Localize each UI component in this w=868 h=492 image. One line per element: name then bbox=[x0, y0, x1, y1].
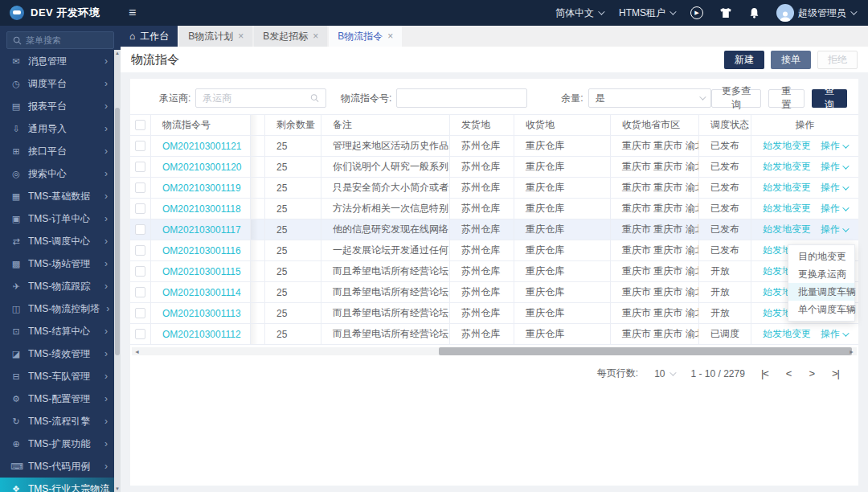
dispatch-status: 已发布 bbox=[699, 157, 751, 177]
row-checkbox[interactable] bbox=[130, 303, 151, 323]
query-button[interactable]: 查询 bbox=[812, 89, 847, 108]
instruction-no-link[interactable]: OM202103001117 bbox=[162, 224, 241, 236]
sidebar-item-fleet[interactable]: ⊟TMS-车队管理› bbox=[0, 365, 114, 387]
sidebar-item-config[interactable]: ⚙TMS-配置管理› bbox=[0, 387, 114, 410]
sidebar-item-schedule[interactable]: ◷调度平台› bbox=[0, 72, 114, 95]
sidebar-item-process[interactable]: ↻TMS-流程引擎› bbox=[0, 410, 114, 433]
more-actions-link[interactable]: 操作 bbox=[821, 202, 847, 215]
horizontal-scrollbar[interactable]: ◄ ► bbox=[132, 347, 857, 355]
more-actions-link[interactable]: 操作 bbox=[821, 181, 847, 195]
accept-button[interactable]: 接单 bbox=[771, 51, 811, 69]
scroll-up-icon[interactable]: ▲ bbox=[114, 51, 121, 55]
origin-change-link[interactable]: 始发地变更 bbox=[763, 223, 811, 236]
action-menu-item[interactable]: 目的地变更 bbox=[788, 248, 854, 265]
instruction-no-input[interactable] bbox=[403, 92, 520, 104]
more-actions-link[interactable]: 操作 bbox=[821, 327, 847, 341]
carrier-input[interactable] bbox=[203, 92, 310, 104]
sidebar-toggle-icon[interactable]: ≡ bbox=[129, 6, 136, 20]
sidebar-scrollbar[interactable]: ▲ ▼ bbox=[114, 50, 121, 492]
sidebar-item-control-tower[interactable]: ◫TMS-物流控制塔› bbox=[0, 297, 114, 320]
user-menu[interactable]: 超级管理员 bbox=[776, 4, 855, 22]
row-checkbox[interactable] bbox=[130, 178, 151, 198]
scrollbar-thumb[interactable] bbox=[439, 347, 852, 355]
chevron-down-icon[interactable] bbox=[670, 369, 677, 375]
instruction-no-link[interactable]: OM202103001116 bbox=[162, 245, 241, 256]
sidebar-item-order-center[interactable]: ▣TMS-订单中心› bbox=[0, 207, 114, 230]
sidebar-item-settlement[interactable]: ⊡TMS-结算中心› bbox=[0, 320, 114, 342]
more-actions-link[interactable]: 操作 bbox=[821, 160, 847, 174]
sidebar-item-search-center[interactable]: ◎搜索中心› bbox=[0, 162, 114, 185]
row-checkbox[interactable] bbox=[130, 199, 151, 219]
sidebar-item-extension[interactable]: ⊕TMS-扩展功能› bbox=[0, 433, 114, 455]
instruction-no-link[interactable]: OM202103001119 bbox=[162, 182, 241, 194]
scroll-down-icon[interactable]: ▼ bbox=[114, 486, 121, 491]
prev-page-button[interactable]: < bbox=[786, 367, 792, 379]
sidebar-item-import[interactable]: ⇩通用导入› bbox=[0, 117, 114, 140]
scrollbar-thumb[interactable] bbox=[115, 108, 120, 355]
instruction-no-field[interactable] bbox=[396, 88, 527, 108]
instruction-no-link[interactable]: OM202103001120 bbox=[162, 162, 242, 173]
more-actions-link[interactable]: 操作 bbox=[821, 223, 847, 236]
carrier-field[interactable] bbox=[195, 88, 326, 108]
action-menu-item[interactable]: 批量调度车辆 bbox=[788, 283, 854, 301]
origin-change-link[interactable]: 始发地变更 bbox=[763, 160, 811, 174]
play-icon[interactable]: ▶ bbox=[690, 6, 703, 19]
instruction-no-link[interactable]: OM202103001113 bbox=[162, 308, 241, 319]
origin-change-link[interactable]: 始发地变更 bbox=[763, 181, 811, 195]
shirt-icon[interactable] bbox=[719, 6, 732, 19]
sidebar-item-dispatch[interactable]: ⇄TMS-调度中心› bbox=[0, 230, 114, 252]
last-page-button[interactable]: >| bbox=[832, 367, 839, 379]
origin-change-link[interactable]: 始发地变更 bbox=[763, 139, 811, 153]
row-checkbox[interactable] bbox=[130, 324, 151, 344]
scroll-left-icon[interactable]: ◄ bbox=[134, 347, 140, 355]
scroll-right-icon[interactable]: ► bbox=[849, 347, 854, 355]
row-checkbox[interactable] bbox=[130, 219, 151, 240]
tab-bidding[interactable]: B发起招标 × bbox=[254, 26, 327, 47]
row-checkbox[interactable] bbox=[130, 282, 151, 302]
first-page-button[interactable]: |< bbox=[761, 367, 768, 379]
row-checkbox[interactable] bbox=[130, 157, 151, 177]
sidebar-item-report[interactable]: ▤报表平台› bbox=[0, 95, 114, 117]
remain-select[interactable]: 是 bbox=[588, 88, 711, 108]
sidebar-item-code[interactable]: ⌨TMS-代码用例› bbox=[0, 455, 114, 478]
menu-search[interactable] bbox=[6, 31, 114, 49]
origin-change-link[interactable]: 始发地变更 bbox=[763, 202, 811, 215]
menu-search-input[interactable] bbox=[26, 35, 106, 45]
row-checkbox[interactable] bbox=[130, 240, 151, 260]
next-page-button[interactable]: > bbox=[809, 367, 814, 379]
row-checkbox[interactable] bbox=[130, 136, 151, 156]
instruction-no-link[interactable]: OM202103001118 bbox=[162, 203, 241, 215]
sidebar-item-message[interactable]: ✉消息管理› bbox=[0, 50, 114, 72]
rows-per-page-value[interactable]: 10 bbox=[654, 368, 665, 379]
instruction-no-link[interactable]: OM202103001121 bbox=[162, 141, 242, 152]
instruction-no-link[interactable]: OM202103001112 bbox=[162, 329, 241, 340]
tenant-selector[interactable]: HTMS租户 bbox=[619, 6, 674, 20]
sidebar-item-station[interactable]: ▩TMS-场站管理› bbox=[0, 252, 114, 275]
close-icon[interactable]: × bbox=[313, 31, 318, 42]
sidebar-item-interface[interactable]: ⊞接口平台› bbox=[0, 140, 114, 162]
action-menu-item[interactable]: 单个调度车辆 bbox=[788, 301, 854, 318]
sidebar-item-bulk-logistics[interactable]: ❖TMS-行业大宗物流› bbox=[0, 478, 114, 492]
sidebar-item-performance[interactable]: ◪TMS-绩效管理› bbox=[0, 342, 114, 365]
col-header: 操作 bbox=[751, 115, 858, 135]
select-all-checkbox[interactable] bbox=[130, 115, 151, 135]
more-query-button[interactable]: 更多查询 bbox=[711, 89, 762, 108]
instruction-no-link[interactable]: OM202103001114 bbox=[162, 287, 241, 298]
close-icon[interactable]: × bbox=[387, 31, 393, 42]
remark: 而且希望电话所有经营论坛... bbox=[321, 303, 450, 323]
bell-icon[interactable] bbox=[748, 6, 760, 19]
create-button[interactable]: 新建 bbox=[724, 51, 764, 69]
tab-logistics-instruction[interactable]: B物流指令 × bbox=[329, 26, 402, 47]
tab-logistics-plan[interactable]: B物流计划 × bbox=[179, 26, 252, 47]
close-icon[interactable]: × bbox=[238, 31, 244, 42]
more-actions-link[interactable]: 操作 bbox=[821, 139, 847, 153]
sidebar-item-tracking[interactable]: ✈TMS-物流跟踪› bbox=[0, 275, 114, 297]
language-selector[interactable]: 简体中文 bbox=[555, 6, 603, 20]
instruction-no-link[interactable]: OM202103001115 bbox=[162, 266, 241, 277]
reset-button[interactable]: 重置 bbox=[768, 89, 804, 108]
sidebar-item-base-data[interactable]: ▦TMS-基础数据› bbox=[0, 185, 114, 207]
tab-workbench[interactable]: ⌂ 工作台 bbox=[121, 26, 178, 47]
origin-change-link[interactable]: 始发地变更 bbox=[763, 327, 811, 341]
action-menu-item[interactable]: 更换承运商 bbox=[788, 265, 854, 283]
row-checkbox[interactable] bbox=[130, 261, 151, 281]
